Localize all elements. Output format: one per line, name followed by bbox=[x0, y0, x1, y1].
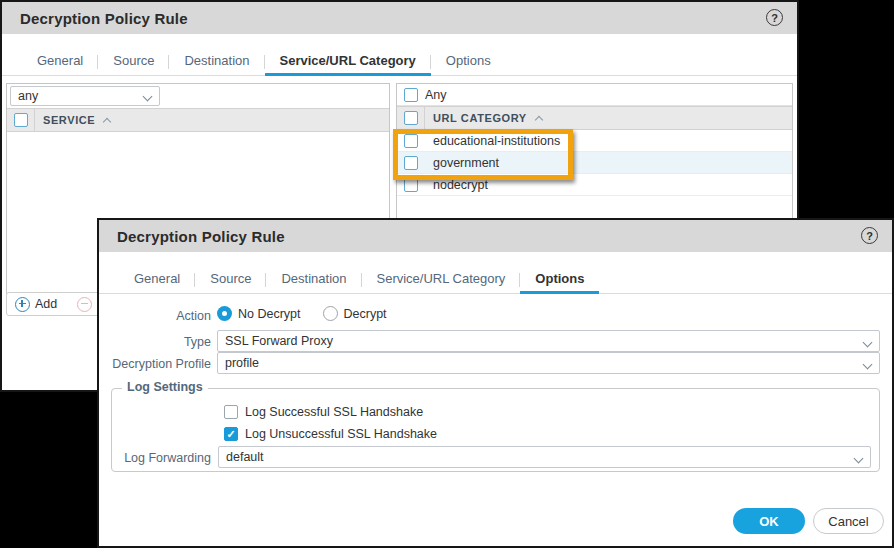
sort-asc-icon bbox=[535, 115, 543, 123]
radio-label: Decrypt bbox=[344, 307, 387, 321]
url-any-row: Any bbox=[397, 84, 792, 106]
log-successful-checkbox-row[interactable]: Log Successful SSL Handshake bbox=[224, 405, 423, 419]
dialog-title: Decryption Policy Rule bbox=[117, 228, 285, 245]
plus-icon bbox=[15, 297, 30, 312]
screen: Decryption Policy Rule ? General Source … bbox=[0, 0, 894, 548]
checkbox-label: Log Successful SSL Handshake bbox=[245, 405, 423, 419]
service-filter-select[interactable]: any bbox=[10, 86, 160, 106]
service-filter-row: any bbox=[7, 84, 389, 108]
dialog-title: Decryption Policy Rule bbox=[20, 10, 188, 27]
action-label: Action bbox=[99, 309, 211, 323]
tab-service-url-category[interactable]: Service/URL Category bbox=[362, 267, 521, 294]
chevron-down-icon bbox=[143, 92, 153, 102]
type-value: SSL Forward Proxy bbox=[225, 334, 333, 348]
tab-general[interactable]: General bbox=[22, 49, 98, 76]
help-icon[interactable]: ? bbox=[766, 9, 783, 26]
tab-source[interactable]: Source bbox=[98, 49, 169, 76]
ok-button[interactable]: OK bbox=[733, 508, 805, 534]
service-filter-value: any bbox=[18, 89, 38, 103]
service-header-row: SERVICE bbox=[7, 108, 389, 132]
dialog-titlebar: Decryption Policy Rule ? bbox=[99, 220, 892, 252]
action-radio-group: No Decrypt Decrypt bbox=[217, 306, 387, 321]
tab-general[interactable]: General bbox=[119, 267, 195, 294]
cancel-button[interactable]: Cancel bbox=[813, 508, 884, 534]
decryption-profile-value: profile bbox=[225, 356, 259, 370]
tab-destination[interactable]: Destination bbox=[169, 49, 264, 76]
url-header-row: URL CATEGORY bbox=[397, 106, 792, 130]
radio-selected-icon bbox=[217, 306, 232, 321]
decryption-profile-label: Decryption Profile bbox=[99, 357, 211, 371]
radio-label: No Decrypt bbox=[238, 307, 301, 321]
log-settings-group: Log Settings Log Successful SSL Handshak… bbox=[111, 388, 880, 472]
chevron-down-icon bbox=[863, 338, 873, 348]
service-column-header[interactable]: SERVICE bbox=[43, 114, 95, 126]
help-icon[interactable]: ? bbox=[861, 227, 878, 244]
minus-icon bbox=[77, 297, 92, 312]
tab-destination[interactable]: Destination bbox=[266, 267, 361, 294]
log-forwarding-value: default bbox=[226, 450, 264, 464]
radio-no-decrypt[interactable]: No Decrypt bbox=[217, 306, 301, 321]
tab-options[interactable]: Options bbox=[520, 267, 599, 294]
tab-source[interactable]: Source bbox=[195, 267, 266, 294]
chevron-down-icon bbox=[863, 360, 873, 370]
radio-decrypt[interactable]: Decrypt bbox=[323, 306, 387, 321]
url-select-all-checkbox[interactable] bbox=[404, 111, 418, 125]
radio-unselected-icon bbox=[323, 306, 338, 321]
type-select[interactable]: SSL Forward Proxy bbox=[217, 330, 880, 352]
checkbox-label: Log Unsuccessful SSL Handshake bbox=[245, 427, 437, 441]
log-unsuccessful-checkbox-row[interactable]: ✓ Log Unsuccessful SSL Handshake bbox=[224, 427, 437, 441]
sort-asc-icon bbox=[103, 117, 111, 125]
tab-service-url-category[interactable]: Service/URL Category bbox=[265, 49, 431, 76]
decryption-policy-rule-dialog-front: Decryption Policy Rule ? General Source … bbox=[97, 218, 894, 548]
checkbox-checked-icon[interactable]: ✓ bbox=[224, 427, 238, 441]
add-button[interactable]: Add bbox=[15, 297, 57, 312]
url-any-checkbox[interactable] bbox=[404, 88, 418, 102]
highlight-annotation-box bbox=[393, 129, 573, 180]
tab-bar: General Source Destination Service/URL C… bbox=[2, 48, 797, 76]
tab-options[interactable]: Options bbox=[431, 49, 506, 76]
log-forwarding-select[interactable]: default bbox=[218, 446, 871, 468]
type-label: Type bbox=[99, 335, 211, 349]
dialog-titlebar: Decryption Policy Rule ? bbox=[2, 2, 797, 34]
decryption-profile-select[interactable]: profile bbox=[217, 352, 880, 374]
service-select-all-checkbox[interactable] bbox=[14, 113, 28, 127]
log-settings-legend: Log Settings bbox=[122, 380, 208, 394]
checkbox-unchecked-icon[interactable] bbox=[224, 405, 238, 419]
tab-bar: General Source Destination Service/URL C… bbox=[99, 266, 892, 294]
add-button-label: Add bbox=[35, 297, 57, 311]
url-category-column-header[interactable]: URL CATEGORY bbox=[433, 112, 527, 124]
log-forwarding-label: Log Forwarding bbox=[112, 451, 211, 465]
chevron-down-icon bbox=[854, 454, 864, 464]
url-any-label: Any bbox=[425, 88, 447, 102]
